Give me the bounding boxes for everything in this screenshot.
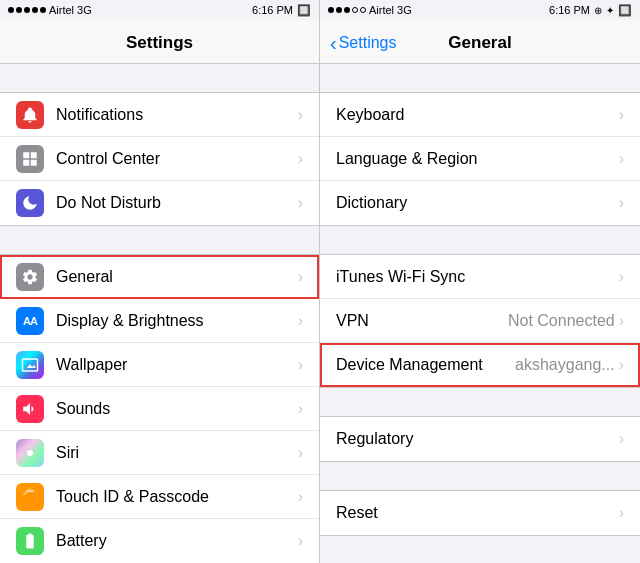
device-management-chevron: ›: [619, 356, 624, 374]
settings-item-control-center[interactable]: Control Center ›: [0, 137, 319, 181]
left-network: 3G: [77, 4, 92, 16]
display-brightness-label: Display & Brightness: [56, 312, 298, 330]
right-status-bar: Airtel 3G 6:16 PM ⊕ ✦ 🔲: [320, 0, 640, 20]
right-carrier: Airtel: [369, 4, 394, 16]
dictionary-label: Dictionary: [336, 194, 619, 212]
right-time: 6:16 PM: [549, 4, 590, 16]
regulatory-label: Regulatory: [336, 430, 619, 448]
right-nav-bar: ‹ Settings General: [320, 20, 640, 64]
wallpaper-icon-svg: [21, 356, 39, 374]
siri-label: Siri: [56, 444, 298, 462]
do-not-disturb-icon: [16, 189, 44, 217]
bell-icon: [21, 106, 39, 124]
keyboard-label: Keyboard: [336, 106, 619, 124]
signal-dot-2: [16, 7, 22, 13]
do-not-disturb-chevron: ›: [298, 194, 303, 212]
control-center-chevron: ›: [298, 150, 303, 168]
control-center-icon: [16, 145, 44, 173]
settings-item-touch-id[interactable]: Touch ID & Passcode ›: [0, 475, 319, 519]
back-button[interactable]: ‹ Settings: [330, 33, 396, 53]
settings-item-general[interactable]: General ›: [0, 255, 319, 299]
settings-item-device-management[interactable]: Device Management akshaygang... ›: [320, 343, 640, 387]
notifications-chevron: ›: [298, 106, 303, 124]
right-nav-title: General: [448, 33, 511, 53]
settings-item-dictionary[interactable]: Dictionary ›: [320, 181, 640, 225]
fingerprint-icon: [21, 488, 39, 506]
gear-icon: [21, 268, 39, 286]
right-gap-2: [320, 388, 640, 416]
aa-text: AA: [23, 315, 37, 327]
top-gap: [0, 64, 319, 92]
notifications-icon: [16, 101, 44, 129]
itunes-wifi-sync-chevron: ›: [619, 268, 624, 286]
right-group-3: Regulatory ›: [320, 416, 640, 462]
vpn-chevron: ›: [619, 312, 624, 330]
r-signal-dot-1: [328, 7, 334, 13]
display-brightness-chevron: ›: [298, 312, 303, 330]
wallpaper-chevron: ›: [298, 356, 303, 374]
battery-icon: [16, 527, 44, 555]
settings-item-language-region[interactable]: Language & Region ›: [320, 137, 640, 181]
right-signal: [328, 7, 366, 13]
r-signal-dot-5: [360, 7, 366, 13]
left-battery-icon: 🔲: [297, 4, 311, 17]
touch-id-label: Touch ID & Passcode: [56, 488, 298, 506]
sounds-icon-svg: [21, 400, 39, 418]
settings-item-keyboard[interactable]: Keyboard ›: [320, 93, 640, 137]
left-nav-title: Settings: [126, 33, 193, 53]
right-bluetooth-icon: ✦: [606, 5, 614, 16]
left-status-right: 6:16 PM 🔲: [252, 4, 311, 17]
settings-item-do-not-disturb[interactable]: Do Not Disturb ›: [0, 181, 319, 225]
gap-1: [0, 226, 319, 254]
r-signal-dot-3: [344, 7, 350, 13]
regulatory-chevron: ›: [619, 430, 624, 448]
right-location-icon: ⊕: [594, 5, 602, 16]
sounds-icon: [16, 395, 44, 423]
right-status-left: Airtel 3G: [328, 4, 412, 16]
settings-item-itunes-wifi-sync[interactable]: iTunes Wi-Fi Sync ›: [320, 255, 640, 299]
do-not-disturb-label: Do Not Disturb: [56, 194, 298, 212]
signal-dot-1: [8, 7, 14, 13]
settings-item-siri[interactable]: Siri ›: [0, 431, 319, 475]
moon-icon: [21, 194, 39, 212]
right-status-right: 6:16 PM ⊕ ✦ 🔲: [549, 4, 632, 17]
reset-label: Reset: [336, 504, 619, 522]
left-status-bar: Airtel 3G 6:16 PM 🔲: [0, 0, 319, 20]
general-chevron: ›: [298, 268, 303, 286]
settings-item-reset[interactable]: Reset ›: [320, 491, 640, 535]
settings-item-notifications[interactable]: Notifications ›: [0, 93, 319, 137]
battery-label: Battery: [56, 532, 298, 550]
settings-item-display-brightness[interactable]: AA Display & Brightness ›: [0, 299, 319, 343]
right-top-gap: [320, 64, 640, 92]
left-carrier: Airtel: [49, 4, 74, 16]
right-bottom-gap: [320, 536, 640, 563]
signal-dot-5: [40, 7, 46, 13]
svg-point-0: [27, 450, 33, 456]
signal-dot-3: [24, 7, 30, 13]
notifications-label: Notifications: [56, 106, 298, 124]
dictionary-chevron: ›: [619, 194, 624, 212]
r-signal-dot-4: [352, 7, 358, 13]
siri-icon: [16, 439, 44, 467]
grid-icon: [21, 150, 39, 168]
right-group-1: Keyboard › Language & Region › Dictionar…: [320, 92, 640, 226]
battery-icon-svg: [21, 532, 39, 550]
back-label: Settings: [339, 34, 397, 52]
right-gap-3: [320, 462, 640, 490]
right-settings-list: Keyboard › Language & Region › Dictionar…: [320, 64, 640, 563]
settings-item-regulatory[interactable]: Regulatory ›: [320, 417, 640, 461]
vpn-label: VPN: [336, 312, 508, 330]
settings-item-wallpaper[interactable]: Wallpaper ›: [0, 343, 319, 387]
general-icon: [16, 263, 44, 291]
settings-item-vpn[interactable]: VPN Not Connected ›: [320, 299, 640, 343]
right-group-4: Reset ›: [320, 490, 640, 536]
left-settings-list: Notifications › Control Center › Do Not …: [0, 64, 319, 563]
settings-item-sounds[interactable]: Sounds ›: [0, 387, 319, 431]
right-battery-icon: 🔲: [618, 4, 632, 17]
right-gap-1: [320, 226, 640, 254]
sounds-label: Sounds: [56, 400, 298, 418]
settings-item-battery[interactable]: Battery ›: [0, 519, 319, 563]
left-group-2: General › AA Display & Brightness › Wall…: [0, 254, 319, 563]
wallpaper-label: Wallpaper: [56, 356, 298, 374]
control-center-label: Control Center: [56, 150, 298, 168]
